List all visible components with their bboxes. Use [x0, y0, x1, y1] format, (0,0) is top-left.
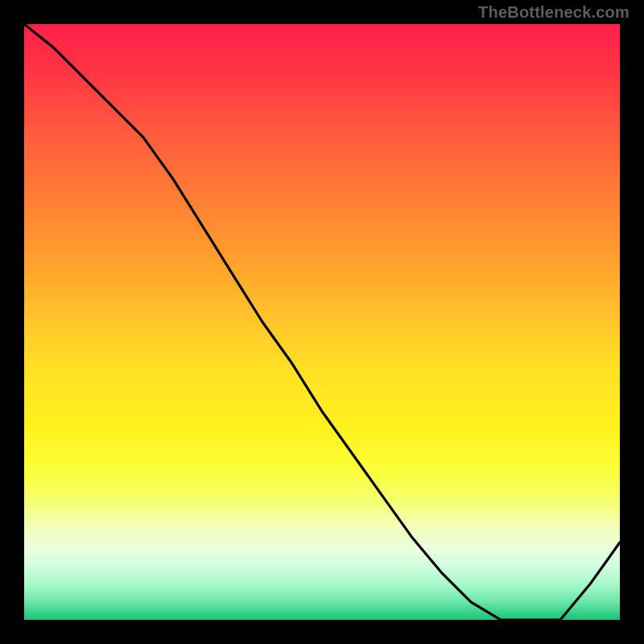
curve-path	[24, 24, 620, 620]
chart-root: TheBottleneck.com	[0, 0, 644, 644]
plot-area	[24, 24, 620, 620]
bottleneck-curve	[24, 24, 620, 620]
attribution-label: TheBottleneck.com	[478, 3, 630, 22]
